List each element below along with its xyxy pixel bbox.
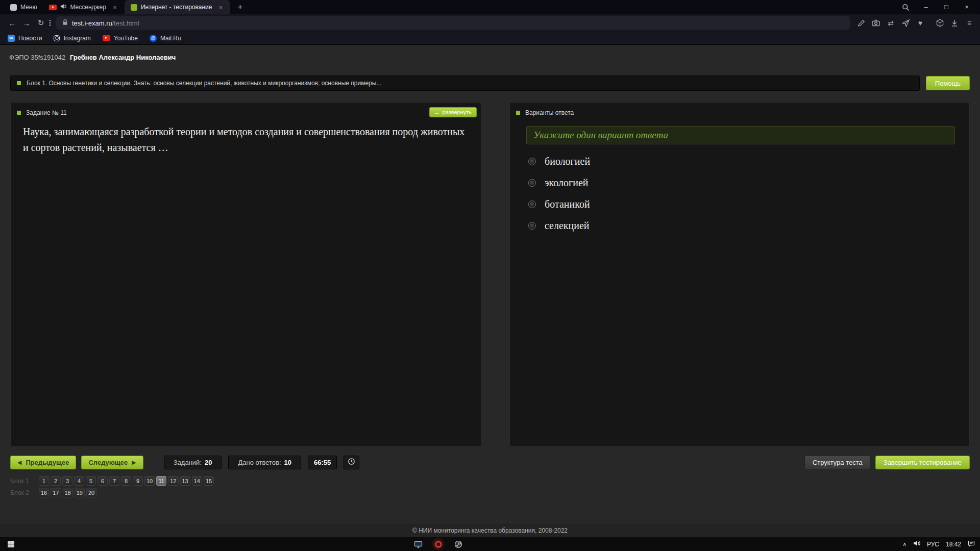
nav-row-block2: Блок 2 1617181920	[10, 488, 970, 497]
stats: Заданий: 20 Дано ответов: 10 66:55	[164, 456, 359, 469]
volume-icon[interactable]	[913, 540, 920, 548]
nav-block1-buttons: 123456789101112131415	[39, 476, 214, 486]
instagram-icon	[54, 35, 60, 41]
answer-options: биологиейэкологиейботаникойселекцией	[528, 151, 955, 236]
recording-app-icon[interactable]	[431, 537, 445, 551]
system-tray: ∧ РУС 18:42	[903, 537, 980, 551]
answers-panel-header: Варианты ответа	[510, 103, 969, 116]
minimize-button[interactable]: –	[916, 0, 936, 14]
site-favicon	[10, 4, 17, 11]
tray-expand-icon[interactable]: ∧	[903, 541, 906, 547]
question-number-8[interactable]: 8	[121, 476, 131, 486]
question-number-14[interactable]: 14	[192, 476, 202, 486]
radio-button[interactable]	[528, 222, 536, 230]
forward-button[interactable]: →	[19, 19, 34, 28]
tab-menu[interactable]: Меню	[4, 0, 43, 14]
tab-close-icon[interactable]: ×	[111, 4, 118, 11]
expand-button[interactable]: ↔ развернуть	[429, 107, 477, 117]
answer-option[interactable]: экологией	[528, 172, 955, 193]
toolbar-dots-icon[interactable]	[49, 19, 51, 27]
next-arrow-icon: ▶	[132, 459, 136, 466]
previous-button-label: Предыдущее	[26, 459, 69, 466]
help-button[interactable]: Помощь	[926, 76, 970, 90]
radio-button[interactable]	[528, 179, 536, 187]
exam-header: ФЭПО 35fs191042 Гребнев Александр Никола…	[0, 45, 980, 61]
question-number-19[interactable]: 19	[75, 488, 85, 497]
downloads-icon[interactable]	[950, 18, 959, 28]
answer-option[interactable]: селекцией	[528, 215, 955, 236]
bookmark-mailru[interactable]: @ Mail.Ru	[150, 35, 181, 42]
nav-block2-buttons: 1617181920	[39, 488, 96, 497]
next-button[interactable]: Следующее ▶	[81, 456, 143, 469]
back-button[interactable]: ←	[5, 19, 19, 28]
answer-option-label: экологией	[545, 177, 589, 189]
radio-button[interactable]	[528, 201, 536, 208]
finish-test-button[interactable]: Завершить тестирование	[875, 456, 970, 469]
question-number-18[interactable]: 18	[63, 488, 73, 497]
question-number-7[interactable]: 7	[109, 476, 119, 486]
block-info-text: Блок 1. Основы генетики и селекции. Знат…	[27, 80, 381, 87]
extensions-cube-icon[interactable]	[935, 18, 944, 28]
sync-icon[interactable]: ⇄	[886, 18, 895, 28]
question-number-16[interactable]: 16	[39, 488, 49, 497]
question-number-17[interactable]: 17	[51, 488, 61, 497]
exam-favicon	[131, 4, 137, 11]
block-row: Блок 1. Основы генетики и селекции. Знат…	[10, 76, 970, 91]
start-button[interactable]	[0, 537, 21, 551]
tab-messenger[interactable]: Мессенджер ×	[43, 0, 124, 14]
task-panel-header: Задание № 11	[11, 103, 481, 116]
question-number-4[interactable]: 4	[74, 476, 84, 486]
tab-testing[interactable]: Интернет - тестирование ×	[125, 0, 231, 14]
address-bar[interactable]: test.i-exam.ru/test.html	[56, 16, 850, 30]
answer-option[interactable]: биологией	[528, 151, 955, 172]
display-app-icon[interactable]	[411, 537, 425, 551]
favorites-heart-icon[interactable]: ♥	[916, 18, 925, 28]
notification-center-icon[interactable]	[968, 540, 975, 548]
edit-icon[interactable]	[856, 18, 866, 28]
radio-button[interactable]	[528, 158, 536, 165]
tasks-label: Заданий:	[174, 459, 202, 466]
tab-audio-icon[interactable]	[60, 4, 66, 11]
bookmark-youtube[interactable]: YouTube	[103, 35, 138, 42]
reload-button[interactable]: ↻	[34, 18, 48, 28]
new-tab-button[interactable]: +	[234, 2, 246, 12]
question-number-2[interactable]: 2	[51, 476, 61, 486]
question-number-3[interactable]: 3	[62, 476, 72, 486]
test-structure-button[interactable]: Структура теста	[804, 456, 871, 469]
question-number-10[interactable]: 10	[144, 476, 155, 486]
bookmark-label: Mail.Ru	[160, 35, 181, 42]
timer-button[interactable]	[344, 456, 359, 469]
question-number-12[interactable]: 12	[168, 476, 178, 486]
bookmark-news[interactable]: VK Новости	[8, 35, 42, 42]
previous-button[interactable]: ◀ Предыдущее	[10, 456, 76, 469]
sidebar-menu-icon[interactable]: ≡	[965, 18, 974, 28]
question-number-11[interactable]: 11	[156, 476, 166, 486]
windows-taskbar: ∧ РУС 18:42	[0, 537, 980, 551]
question-number-1[interactable]: 1	[39, 476, 49, 486]
language-indicator[interactable]: РУС	[927, 541, 939, 548]
question-number-6[interactable]: 6	[97, 476, 108, 486]
answered-label: Дано ответов:	[238, 459, 281, 466]
block1-label: Блок 1	[10, 478, 39, 485]
answer-option[interactable]: ботаникой	[528, 193, 955, 215]
question-number-15[interactable]: 15	[204, 476, 214, 486]
answers-panel: Варианты ответа Укажите один вариант отв…	[509, 102, 970, 447]
window-close-button[interactable]: ×	[957, 0, 977, 14]
send-icon[interactable]	[901, 18, 910, 28]
search-icon[interactable]	[902, 4, 910, 11]
answer-option-label: селекцией	[545, 220, 590, 232]
tab-close-icon[interactable]: ×	[217, 4, 224, 11]
maximize-button[interactable]: □	[936, 0, 957, 14]
taskbar-clock[interactable]: 18:42	[946, 541, 961, 548]
question-number-20[interactable]: 20	[86, 488, 96, 497]
question-number-13[interactable]: 13	[180, 476, 190, 486]
block-info-bar: Блок 1. Основы генетики и селекции. Знат…	[10, 76, 920, 91]
screenshot-camera-icon[interactable]	[871, 18, 880, 28]
steam-app-icon[interactable]	[451, 537, 465, 551]
panels: Задание № 11 ↔ развернуть Наука, занимаю…	[10, 102, 970, 447]
bookmark-instagram[interactable]: Instagram	[54, 35, 90, 42]
question-number-5[interactable]: 5	[86, 476, 96, 486]
task-panel: Задание № 11 ↔ развернуть Наука, занимаю…	[10, 102, 481, 447]
question-number-9[interactable]: 9	[133, 476, 143, 486]
page-footer: © НИИ мониторинга качества образования, …	[0, 523, 980, 537]
